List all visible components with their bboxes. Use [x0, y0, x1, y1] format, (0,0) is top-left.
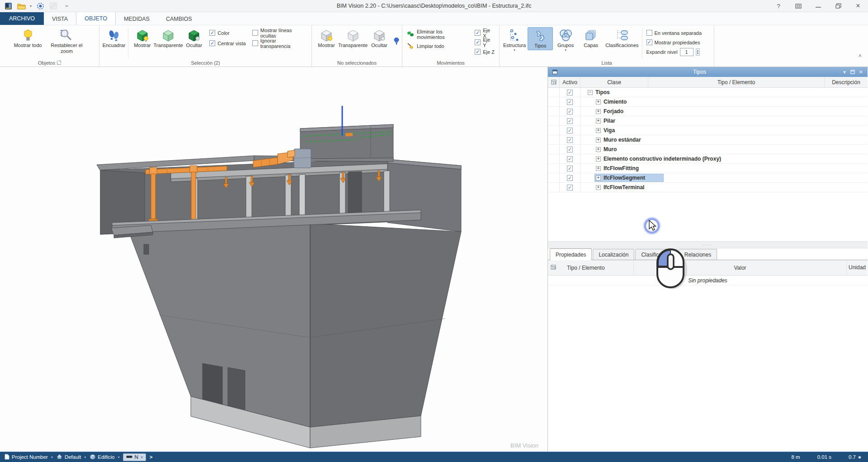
tab-medidas[interactable]: MEDIDAS	[116, 13, 158, 25]
active-checkbox[interactable]	[560, 135, 580, 144]
tab-objeto[interactable]: OBJETO	[76, 12, 116, 25]
mostrar-todo-button[interactable]: Mostrar todo	[12, 27, 44, 49]
eje-z-checkbox[interactable]: Eje Z	[475, 48, 495, 56]
expand-icon[interactable]	[596, 119, 601, 124]
ocultar-seleccion-button[interactable]: Ocultar	[181, 27, 207, 49]
active-checkbox[interactable]	[560, 97, 580, 106]
table-row[interactable]: Elemento constructivo indeterminado (Pro…	[548, 154, 868, 164]
active-checkbox[interactable]	[560, 145, 580, 154]
transparente-seleccion-button[interactable]: Transparente	[155, 27, 182, 49]
restore-button[interactable]	[828, 0, 848, 12]
expand-icon[interactable]	[596, 100, 601, 105]
mostrar-propiedades-checkbox[interactable]: Mostrar propiedades	[646, 38, 702, 46]
active-checkbox[interactable]	[560, 116, 580, 125]
building-selector[interactable]: Edificio ▾	[90, 454, 119, 461]
ignorar-transparencia-checkbox[interactable]: Ignorar transparencia	[252, 39, 307, 47]
3d-viewport[interactable]: BIM Vision	[0, 67, 548, 452]
tab-cambios[interactable]: CAMBIOS	[158, 13, 200, 25]
table-row[interactable]: Forjado	[548, 107, 868, 116]
customize-toolbar-icon[interactable]: ≂	[62, 1, 71, 10]
ocultar-no-sel-button[interactable]: Ocultar	[367, 27, 392, 49]
3d-model-canvas[interactable]	[0, 67, 548, 449]
panel-splitter[interactable]: ····	[548, 241, 868, 248]
pin-button[interactable]	[393, 37, 400, 47]
expand-icon[interactable]	[596, 109, 601, 114]
panel-dock-icon[interactable]	[849, 70, 857, 74]
close-button[interactable]: ×	[848, 0, 868, 12]
tree-item-label[interactable]: Elemento constructivo indeterminado (Pro…	[604, 156, 721, 162]
table-row[interactable]: Cimiento	[548, 97, 868, 107]
target-view-button[interactable]	[36, 1, 45, 10]
spinner-down-icon[interactable]: ▾	[697, 52, 699, 55]
limpiar-todo-button[interactable]: Limpiar todo	[407, 41, 468, 52]
column-header-activo[interactable]: Activo	[560, 77, 580, 87]
spinner-arrows[interactable]: ▴▾	[696, 48, 700, 56]
table-row[interactable]: Tipos	[548, 88, 868, 97]
active-checkbox[interactable]	[560, 183, 580, 192]
tree-item-label[interactable]: Tipos	[595, 89, 610, 95]
expand-icon[interactable]	[596, 147, 601, 152]
encuadrar-button[interactable]: Encuadrar	[101, 27, 127, 49]
active-checkbox[interactable]	[560, 154, 580, 163]
project-selector[interactable]: Project Number ▾	[5, 454, 53, 461]
storey-selector[interactable]: N ▾	[123, 453, 146, 461]
tipos-button[interactable]: Tipos	[528, 27, 553, 50]
en-ventana-separada-checkbox[interactable]: En ventana separada	[646, 29, 702, 37]
panel-close-icon[interactable]: ✕	[857, 69, 865, 75]
tree-item-label[interactable]: IfcFlowTerminal	[604, 184, 644, 191]
tab-clasificacion[interactable]: Clasificación	[635, 249, 677, 260]
table-row[interactable]: IfcFlowTerminal	[548, 183, 868, 192]
column-header-clase[interactable]: Clase	[580, 77, 648, 87]
expand-icon[interactable]	[596, 128, 601, 133]
tab-propiedades[interactable]: Propiedades	[550, 248, 592, 260]
eje-y-checkbox[interactable]: Eje Y	[475, 38, 495, 46]
column-header-unidad[interactable]: Unidad	[847, 260, 868, 275]
column-header-descripcion[interactable]: Descripción	[825, 77, 868, 87]
active-checkbox[interactable]	[560, 107, 580, 116]
column-header-tipo-elemento[interactable]: Tipo / Elemento	[567, 265, 605, 271]
estructura-button[interactable]: Estructura ▾	[501, 27, 528, 53]
site-selector[interactable]: Default ▾	[57, 454, 86, 460]
active-checkbox[interactable]	[560, 164, 580, 173]
mostrar-seleccion-button[interactable]: Mostrar	[130, 27, 155, 49]
panel-menu-icon[interactable]: ▾	[840, 69, 849, 75]
eliminar-movimientos-button[interactable]: Eliminar los movimientos	[407, 29, 468, 40]
table-row[interactable]: Muro estándar	[548, 135, 868, 145]
minimize-button[interactable]	[808, 0, 828, 12]
column-options-icon[interactable]	[548, 77, 560, 87]
column-header-valor[interactable]: Valor	[634, 260, 847, 275]
clasificaciones-button[interactable]: Clasificaciones	[604, 27, 640, 49]
table-row-selected[interactable]: IfcFlowSegment	[548, 173, 868, 183]
collapse-ribbon-icon[interactable]: ˄	[859, 53, 862, 59]
tab-archivo[interactable]: ARCHIVO	[0, 12, 44, 25]
tree-item-label[interactable]: IfcFlowFitting	[604, 165, 639, 171]
grupos-button[interactable]: Grupos ▾	[553, 27, 578, 53]
restablecer-zoom-button[interactable]: Restablecer el zoom	[46, 27, 87, 55]
dialog-launcher-icon[interactable]	[57, 61, 61, 65]
tab-vista[interactable]: VISTA	[44, 13, 76, 25]
tipos-panel-titlebar[interactable]: Tipos ▾ ✕	[548, 67, 868, 77]
table-row[interactable]: Viga	[548, 126, 868, 135]
open-file-button[interactable]	[17, 1, 26, 10]
active-checkbox[interactable]	[560, 88, 580, 97]
tab-relaciones[interactable]: Relaciones	[679, 249, 717, 260]
column-options-icon[interactable]	[551, 265, 556, 271]
tree-item-label[interactable]: IfcFlowSegment	[604, 175, 645, 181]
table-row[interactable]: Muro	[548, 145, 868, 154]
transparente-no-sel-button[interactable]: Transparente	[339, 27, 367, 49]
tab-localizacion[interactable]: Localización	[593, 249, 634, 260]
column-header-tipo-elemento[interactable]: Tipo / Elemento	[648, 77, 825, 87]
capas-button[interactable]: Capas	[578, 27, 604, 49]
expand-icon[interactable]	[596, 166, 601, 171]
tree-item-label[interactable]: Cimiento	[604, 99, 627, 105]
centrar-vista-checkbox[interactable]: Centrar vista	[209, 39, 246, 47]
help-button[interactable]: ?	[769, 0, 788, 12]
eje-x-checkbox[interactable]: Eje X	[475, 29, 495, 37]
active-checkbox[interactable]	[560, 126, 580, 135]
table-row[interactable]: Pilar	[548, 116, 868, 126]
tree-item-label[interactable]: Viga	[604, 127, 615, 133]
expand-icon[interactable]	[596, 176, 601, 181]
expand-icon[interactable]	[596, 185, 601, 190]
tree-item-label[interactable]: Muro estándar	[604, 137, 641, 143]
expandir-nivel-input[interactable]: 1	[680, 48, 693, 56]
